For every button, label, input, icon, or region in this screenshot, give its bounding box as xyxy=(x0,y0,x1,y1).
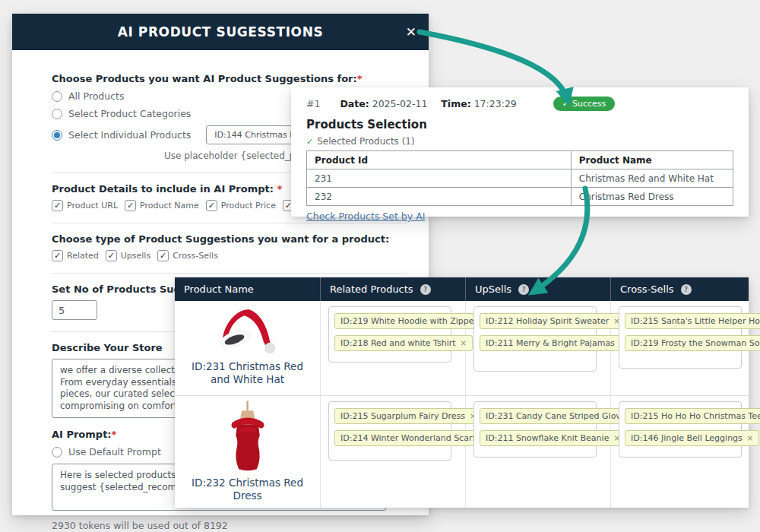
chip-box: ID:215 Ho Ho Ho Christmas Tee× ID:146 Ji… xyxy=(619,401,742,458)
product-chip[interactable]: ID:219 Frosty the Snowman Socks× xyxy=(625,335,760,351)
radio-label: Select Individual Products xyxy=(68,129,191,141)
modal-header: AI PRODUCT SUGESSTIONS ✕ xyxy=(12,14,429,50)
radio-icon[interactable] xyxy=(52,109,62,119)
checkbox-product-url[interactable]: Product URL xyxy=(52,200,118,211)
request-meta-row: #1 Date: 2025-02-11 Time: 17:23:29 ✓ Suc… xyxy=(306,97,733,110)
chip-box: ID:212 Holiday Spirit Sweater× ID:211 Me… xyxy=(473,306,597,372)
close-icon[interactable]: ✕ xyxy=(406,26,416,39)
required-asterisk: * xyxy=(112,429,117,440)
col-header-cross-sells: Cross-Sells? xyxy=(611,277,749,301)
checkbox-upsells[interactable]: Upsells xyxy=(106,250,150,261)
divider xyxy=(52,223,407,223)
red-dress-image xyxy=(223,400,273,473)
suggestion-types-label: Choose type of Product Suggestions you w… xyxy=(52,233,407,245)
check-products-link[interactable]: Check Products Set by AI xyxy=(306,211,425,222)
required-asterisk: * xyxy=(357,73,363,84)
col-header-product-name: Product Name xyxy=(175,277,321,301)
help-icon[interactable]: ? xyxy=(420,284,431,295)
product-chip[interactable]: ID:218 Red and white Tshirt× xyxy=(334,335,473,351)
related-products-cell: ID:215 Sugarplum Fairy Dress× ID:214 Win… xyxy=(321,396,466,508)
checkbox-icon-checked[interactable] xyxy=(52,200,63,211)
col-product-name: Product Name xyxy=(571,151,733,169)
product-chip[interactable]: ID:211 Merry & Bright Pajamas× xyxy=(480,335,632,351)
radio-label-default-prompt: Use Default Prompt xyxy=(68,446,161,458)
page-title: AI PRODUCT SUGESSTIONS xyxy=(118,24,324,40)
radio-label: All Products xyxy=(68,90,124,102)
checkbox-icon-checked[interactable] xyxy=(206,200,217,211)
chip-box: ID:231 Candy Cane Striped Gloves× ID:211… xyxy=(473,401,597,458)
cell-product-id: 232 xyxy=(307,188,572,206)
cell-product-name: Christmas Red Dress xyxy=(571,188,733,206)
selected-products-subheading: ✓ Selected Products (1) xyxy=(306,136,733,147)
required-asterisk: * xyxy=(277,183,282,195)
choose-products-label: Choose Products you want AI Product Sugg… xyxy=(52,73,407,84)
product-chip[interactable]: ID:212 Holiday Spirit Sweater× xyxy=(480,313,626,329)
upsells-cell: ID:212 Holiday Spirit Sweater× ID:211 Me… xyxy=(466,301,611,395)
status-badge[interactable]: ✓ Success xyxy=(553,97,616,111)
product-cell: ID:232 Christmas Red Dress xyxy=(175,396,321,508)
table-header-row: Product Id Product Name xyxy=(307,151,733,169)
checkbox-icon-checked[interactable] xyxy=(52,250,63,261)
request-date: Date: 2025-02-11 xyxy=(340,98,427,109)
checkbox-icon-checked[interactable] xyxy=(106,250,117,261)
suggestions-table-header: Product Name Related Products? UpSells? … xyxy=(175,277,749,301)
divider xyxy=(52,273,407,274)
cross-sells-cell: ID:215 Santa's Little Helper Hoodie× ID:… xyxy=(611,301,749,395)
chip-remove-icon[interactable]: × xyxy=(747,434,753,442)
ai-suggestions-table-card: Product Name Related Products? UpSells? … xyxy=(175,277,749,508)
product-caption: ID:231 Christmas Red and White Hat xyxy=(181,360,314,386)
table-row: 232 Christmas Red Dress xyxy=(307,188,733,206)
upsells-cell: ID:231 Candy Cane Striped Gloves× ID:211… xyxy=(466,396,611,508)
cell-product-name: Christmas Red and White Hat xyxy=(571,169,733,188)
product-chip[interactable]: ID:215 Santa's Little Helper Hoodie× xyxy=(625,313,760,329)
checkbox-icon-checked[interactable] xyxy=(157,250,169,261)
radio-icon-checked[interactable] xyxy=(52,130,62,141)
request-time: Time: 17:23:29 xyxy=(441,98,516,109)
help-icon[interactable]: ? xyxy=(681,284,692,295)
product-caption: ID:232 Christmas Red Dress xyxy=(181,477,314,502)
checkbox-product-name[interactable]: Product Name xyxy=(125,200,199,211)
radio-icon[interactable] xyxy=(52,91,62,102)
col-product-id: Product Id xyxy=(307,151,572,169)
product-chip[interactable]: ID:146 Jingle Bell Leggings× xyxy=(625,430,759,446)
chip-box: ID:215 Sugarplum Fairy Dress× ID:214 Win… xyxy=(328,401,451,461)
suggestion-types-checkboxes: Related Upsells Cross-Sells xyxy=(52,250,407,261)
radio-label: Select Product Categories xyxy=(68,108,191,119)
checkbox-product-price[interactable]: Product Price xyxy=(206,200,276,211)
request-index: #1 xyxy=(306,98,320,109)
product-chip[interactable]: ID:215 Sugarplum Fairy Dress× xyxy=(334,408,482,424)
table-row: 231 Christmas Red and White Hat xyxy=(307,169,733,188)
chip-box: ID:219 White Hoodie with Zipper× ID:218 … xyxy=(328,306,451,363)
table-row: ID:232 Christmas Red Dress ID:215 Sugarp… xyxy=(175,396,749,508)
product-cell: ID:231 Christmas Red and White Hat xyxy=(175,301,321,395)
santa-hat-image xyxy=(203,305,293,356)
request-result-card: #1 Date: 2025-02-11 Time: 17:23:29 ✓ Suc… xyxy=(291,87,749,217)
chip-box: ID:215 Santa's Little Helper Hoodie× ID:… xyxy=(619,306,742,369)
radio-icon[interactable] xyxy=(52,447,62,458)
help-icon[interactable]: ? xyxy=(518,284,529,295)
table-row: ID:231 Christmas Red and White Hat ID:21… xyxy=(175,301,749,396)
col-header-related-products: Related Products? xyxy=(321,277,466,301)
cell-product-id: 231 xyxy=(307,169,572,188)
num-suggestions-input[interactable] xyxy=(52,300,97,320)
screenshot-stage: AI PRODUCT SUGESSTIONS ✕ Choose Products… xyxy=(0,0,760,532)
selected-products-table: Product Id Product Name 231 Christmas Re… xyxy=(306,150,733,206)
checkbox-icon-checked[interactable] xyxy=(125,200,136,211)
products-selection-heading: Products Selection xyxy=(306,118,733,131)
checkbox-related[interactable]: Related xyxy=(52,250,99,261)
col-header-upsells: UpSells? xyxy=(466,277,611,301)
related-products-cell: ID:219 White Hoodie with Zipper× ID:218 … xyxy=(321,301,466,395)
cross-sells-cell: ID:215 Ho Ho Ho Christmas Tee× ID:146 Ji… xyxy=(611,396,749,508)
check-icon: ✓ xyxy=(562,99,569,109)
checkbox-cross-sells[interactable]: Cross-Sells xyxy=(157,250,218,261)
tokens-note: 2930 tokens will be used out of 8192 xyxy=(52,520,407,531)
product-chip[interactable]: ID:215 Ho Ho Ho Christmas Tee× xyxy=(625,408,760,424)
product-chip[interactable]: ID:211 Snowflake Knit Beanie× xyxy=(480,430,626,446)
check-icon: ✓ xyxy=(306,137,313,147)
